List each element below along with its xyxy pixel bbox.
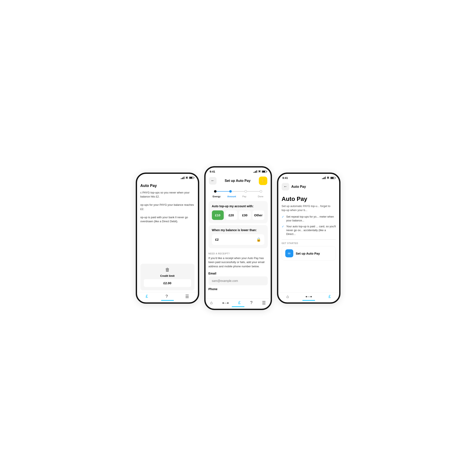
stepper — [210, 187, 266, 195]
center-time: 9:41 — [210, 170, 215, 173]
signal-icon — [181, 177, 184, 179]
right-battery-icon — [330, 177, 335, 179]
checkmark-icon-2: ✓ — [282, 225, 284, 228]
right-bottom-nav: ⌂ ●—● £ — [278, 292, 339, 302]
left-bottom-nav: £ ? ☰ — [137, 292, 198, 302]
credit-label: Credit limit — [160, 274, 175, 277]
phone-group: Phone — [208, 287, 268, 298]
step-label-pay: Pay — [238, 195, 251, 198]
check-item-1: ✓ Set repeat top-ups for yo... meter whe… — [282, 215, 336, 222]
right-nav-home-icon[interactable]: ⌂ — [286, 294, 289, 299]
right-wifi-icon: ⌘ — [327, 176, 329, 179]
trash-icon[interactable]: 🗑 — [165, 267, 170, 272]
step-labels: Energy Amount Pay Done — [210, 195, 266, 199]
topup-card-title: Auto top-up my account with: — [212, 204, 264, 208]
left-status-icons: ⌘ — [181, 176, 194, 179]
amount-20-button[interactable]: £20 — [225, 210, 237, 220]
amount-options: £10 £20 £30 Other — [212, 210, 264, 220]
lock-icon: 🔒 — [256, 237, 261, 242]
step-label-amount: Amount — [225, 195, 238, 198]
step-label-done: Done — [251, 195, 263, 198]
right-back-button[interactable]: ← — [282, 183, 289, 190]
credit-value: £2.00 — [144, 279, 191, 287]
step-pay-dot — [244, 190, 247, 193]
back-button[interactable]: ← — [209, 177, 217, 185]
balance-input-wrap[interactable]: £2 🔒 — [212, 234, 264, 245]
receipt-section: NEED A RECEIPT? If you'd like a receipt … — [205, 250, 271, 272]
center-scroll-area[interactable]: Auto top-up my account with: £10 £20 £30… — [205, 199, 271, 298]
receipt-label: NEED A RECEIPT? — [208, 253, 268, 255]
nav-pound-icon[interactable]: £ — [146, 294, 148, 299]
credit-card: 🗑 Credit limit £2.00 — [140, 264, 195, 290]
left-phone: ⌘ Auto Pay c PAYG top-ups so you never w… — [136, 172, 199, 304]
wifi-icon: ⌘ — [186, 176, 188, 179]
left-body-text: c PAYG top-ups so you never when your ba… — [140, 190, 195, 223]
center-nav-menu-icon[interactable]: ☰ — [262, 300, 266, 305]
right-main-title: Auto Pay — [282, 196, 336, 202]
center-wifi-icon: ⌘ — [258, 170, 261, 173]
center-title: Set up Auto Pay — [224, 179, 250, 183]
battery-icon — [189, 177, 194, 179]
step-energy-dot — [214, 190, 217, 193]
right-status-icons: ⌘ — [322, 176, 335, 179]
balance-value: £2 — [215, 238, 219, 241]
left-content: Auto Pay c PAYG top-ups so you never whe… — [137, 180, 198, 292]
amount-10-button[interactable]: £10 — [212, 210, 224, 220]
check-text-2: Your auto top-up is paid ... card, so yo… — [286, 224, 336, 236]
receipt-text: If you'd like a receipt when your Auto P… — [208, 256, 268, 269]
right-header: ← Auto Pay — [278, 180, 339, 193]
topup-card: Auto top-up my account with: £10 £20 £30… — [208, 201, 268, 223]
center-nav-home-icon[interactable]: ⌂ — [210, 300, 213, 305]
nav-menu-icon[interactable]: ☰ — [185, 294, 189, 299]
right-content: Auto Pay Set up automatic PAYG top-u... … — [278, 193, 339, 292]
right-nav-pound-icon[interactable]: £ — [328, 294, 331, 299]
setup-btn-label: Set up Auto Pay — [296, 252, 320, 255]
left-title: Auto Pay — [140, 180, 195, 190]
center-nav-activity-icon[interactable]: ●—● — [222, 301, 229, 305]
center-nav-help-icon[interactable]: ? — [250, 300, 253, 305]
amount-30-button[interactable]: £30 — [239, 210, 251, 220]
check-item-2: ✓ Your auto top-up is paid ... card, so … — [282, 224, 336, 236]
email-input[interactable] — [208, 276, 268, 285]
balance-card-title: When my balance is lower than: — [212, 228, 264, 232]
step-amount-dot — [229, 190, 232, 193]
email-label: Email — [208, 272, 268, 275]
center-battery-icon — [262, 170, 266, 173]
step-line-3 — [247, 191, 260, 192]
right-body-text: Set up automatic PAYG top-u... forget to… — [278, 204, 339, 215]
screen-container: ⌘ Auto Pay c PAYG top-ups so you never w… — [122, 166, 354, 310]
nav-help-icon[interactable]: ? — [165, 294, 168, 299]
step-line-1 — [217, 191, 229, 192]
checkmark-icon-1: ✓ — [282, 215, 284, 219]
amount-other-button[interactable]: Other — [253, 210, 264, 220]
email-group: Email — [208, 272, 268, 285]
phone-label: Phone — [208, 287, 268, 291]
center-status-bar: 9:41 ⌘ — [205, 168, 271, 174]
setup-autopay-button[interactable]: ∞ Set up Auto Pay — [282, 246, 336, 260]
lightning-button[interactable]: ⚡ — [259, 177, 267, 185]
center-bottom-nav: ⌂ ●—● £ ? ☰ — [205, 298, 271, 309]
right-status-bar: 9:41 ⌘ — [278, 174, 339, 180]
right-nav-activity-icon[interactable]: ●—● — [306, 295, 312, 298]
check-text-1: Set repeat top-ups for yo... meter when … — [286, 215, 336, 222]
step-done-dot — [260, 190, 262, 193]
right-header-title: Auto Pay — [291, 185, 306, 189]
phone-input-wrap[interactable] — [208, 292, 268, 298]
check-list: ✓ Set repeat top-ups for yo... meter whe… — [278, 215, 339, 239]
center-nav-pound-icon[interactable]: £ — [238, 300, 241, 305]
left-status-bar: ⌘ — [137, 174, 198, 180]
balance-card: When my balance is lower than: £2 🔒 — [208, 225, 268, 248]
right-signal-icon — [322, 177, 326, 179]
step-line-2 — [232, 191, 244, 192]
center-status-icons: ⌘ — [254, 170, 266, 173]
center-header: ← Set up Auto Pay ⚡ — [205, 174, 271, 187]
infinity-icon: ∞ — [285, 249, 293, 257]
right-time: 9:41 — [283, 176, 288, 180]
center-phone: 9:41 ⌘ ← Set up Auto Pay ⚡ — [204, 166, 272, 310]
right-phone: 9:41 ⌘ ← Auto Pay Auto Pay Set u — [277, 172, 340, 304]
get-started-label: GET STARTED — [278, 239, 339, 246]
step-label-energy: Energy — [213, 195, 225, 198]
center-signal-icon — [254, 170, 257, 173]
